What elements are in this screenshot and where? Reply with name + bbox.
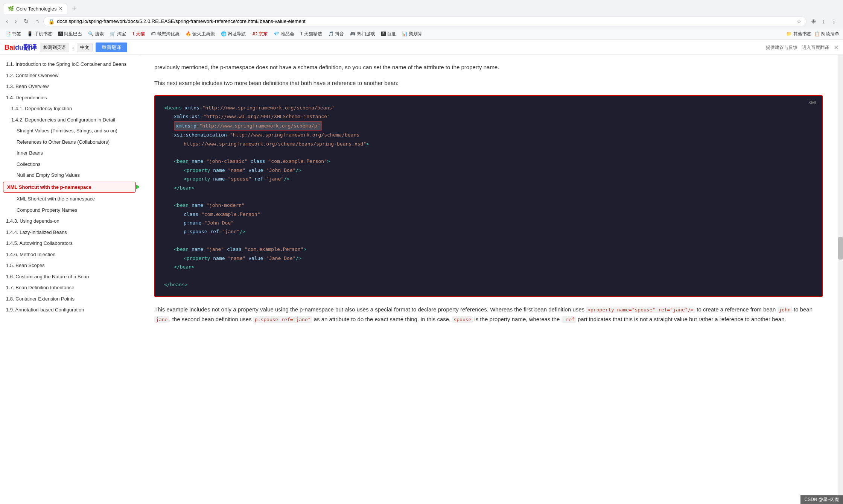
address-bar[interactable]: 🔒 ☆ bbox=[43, 17, 806, 26]
active-tab[interactable]: 🌿 Core Technologies ✕ bbox=[3, 3, 67, 14]
target-language-button[interactable]: 中文 bbox=[77, 43, 93, 52]
code-line-9: </bean> bbox=[164, 184, 813, 192]
inline-code-2: john bbox=[778, 307, 792, 313]
bookmarks-bar: 📑 书签 📱 手机书签 🅰 阿里巴巴 🔍 搜索 🛒 淘宝 T 天猫 🏷 帮您淘优… bbox=[0, 29, 843, 40]
tab-favicon: 🌿 bbox=[8, 6, 14, 12]
retranslate-button[interactable]: 重新翻译 bbox=[96, 43, 127, 52]
sidebar-item-customizing[interactable]: 1.6. Customizing the Nature of a Bean bbox=[0, 271, 139, 282]
nav-bar: ‹ › ↻ ⌂ 🔒 ☆ ⊕ ↓ ⋮ bbox=[0, 14, 843, 29]
bookmark-juhua[interactable]: 📊 聚划算 bbox=[400, 30, 424, 38]
code-line-blank4 bbox=[164, 271, 813, 280]
sidebar-item-bean-scopes[interactable]: 1.5. Bean Scopes bbox=[0, 260, 139, 271]
csdn-footer: CSDN @星~闪魔 bbox=[800, 495, 843, 504]
forward-button[interactable]: › bbox=[12, 17, 19, 26]
menu-button[interactable]: ⋮ bbox=[829, 16, 839, 26]
sidebar-item-dep-config[interactable]: 1.4.2. Dependencies and Configuration in… bbox=[0, 114, 139, 126]
content-area: previously mentioned, the p-namespace do… bbox=[139, 55, 838, 504]
main-layout: 1.1. Introduction to the Spring IoC Cont… bbox=[0, 55, 843, 504]
code-line-6: <bean name="john-classic" class="com.exa… bbox=[164, 157, 813, 165]
sidebar-item-annotation[interactable]: 1.9. Annotation-based Configuration bbox=[0, 304, 139, 316]
back-button[interactable]: ‹ bbox=[4, 17, 10, 26]
sidebar-item-references[interactable]: References to Other Beans (Collaborators… bbox=[0, 137, 139, 148]
code-line-14: <bean name="jane" class="com.example.Per… bbox=[164, 245, 813, 254]
sidebar-item-straight-values[interactable]: Straight Values (Primitives, Strings, an… bbox=[0, 125, 139, 137]
code-line-4: xsi:schemaLocation="http://www.springfra… bbox=[164, 131, 813, 139]
inline-code-1: <property name="spouse" ref="jane"/> bbox=[586, 307, 695, 313]
bookmark-jd[interactable]: JD 京东 bbox=[250, 30, 269, 38]
inline-code-3: jane bbox=[154, 316, 169, 323]
code-line-16: </bean> bbox=[164, 263, 813, 271]
inline-code-6: -ref bbox=[561, 316, 576, 323]
bookmark-nav[interactable]: 🌐 网址导航 bbox=[219, 30, 247, 38]
download-button[interactable]: ↓ bbox=[820, 17, 827, 26]
bookmark-star-icon[interactable]: ☆ bbox=[797, 18, 802, 24]
csdn-label: CSDN @星~闪魔 bbox=[804, 497, 839, 502]
bookmark-mobile[interactable]: 📱 手机书签 bbox=[26, 30, 53, 38]
bookmark-search[interactable]: 🔍 搜索 bbox=[87, 30, 105, 38]
goto-baidu-translate-link[interactable]: 进入百度翻译 bbox=[802, 44, 829, 51]
bookmark-vip[interactable]: 💎 唯品会 bbox=[272, 30, 295, 38]
sidebar-item-inner-beans[interactable]: Inner Beans bbox=[0, 147, 139, 159]
bookmark-firefly[interactable]: 🔥 萤火虫惠聚 bbox=[184, 30, 216, 38]
code-line-11: class="com.example.Person" bbox=[164, 210, 813, 219]
sidebar-item-intro[interactable]: 1.1. Introduction to the Spring IoC Cont… bbox=[0, 59, 139, 70]
sidebar-item-xml-p[interactable]: XML Shortcut with the p-namespace bbox=[3, 182, 136, 193]
sidebar-item-dep-inject[interactable]: 1.4.1. Dependency Injection bbox=[0, 103, 139, 114]
translation-right-actions: 提供建议与反馈 进入百度翻译 ✕ bbox=[766, 44, 838, 51]
bookmark-douyin[interactable]: 🎵 抖音 bbox=[327, 30, 345, 38]
sidebar-item-depends-on[interactable]: 1.4.3. Using depends-on bbox=[0, 216, 139, 227]
new-tab-button[interactable]: + bbox=[69, 3, 79, 14]
code-line-8: <property name="spouse" ref="jane"/> bbox=[164, 175, 813, 183]
bookmark-tmall-select[interactable]: T 天猫精选 bbox=[299, 30, 324, 38]
code-line-15: <property name="name" value="Jane Doe"/> bbox=[164, 254, 813, 263]
sidebar-item-compound[interactable]: Compound Property Names bbox=[0, 205, 139, 216]
code-line-5: https://www.springframework.org/schema/b… bbox=[164, 140, 813, 148]
code-line-13: p:spouse-ref="jane"/> bbox=[164, 227, 813, 236]
url-input[interactable] bbox=[57, 18, 794, 24]
detect-language-button[interactable]: 检测到英语 bbox=[40, 43, 69, 52]
bookmark-games[interactable]: 🎮 热门游戏 bbox=[348, 30, 376, 38]
intro-paragraph: previously mentioned, the p-namespace do… bbox=[154, 62, 823, 72]
bookmark-alibaba[interactable]: 🅰 阿里巴巴 bbox=[57, 30, 84, 38]
inline-code-4: p:spouse-ref="jane" bbox=[253, 316, 312, 323]
sidebar-item-deps[interactable]: 1.4. Dependencies bbox=[0, 92, 139, 103]
home-button[interactable]: ⌂ bbox=[33, 17, 41, 26]
code-line-7: <property name="name" value="John Doe"/> bbox=[164, 166, 813, 175]
baidu-logo: Baidu翻译 bbox=[5, 43, 37, 52]
tab-bar: 🌿 Core Technologies ✕ + bbox=[0, 0, 843, 14]
sidebar-item-xml-c[interactable]: XML Shortcut with the c-namespace bbox=[0, 193, 139, 205]
bookmark-help[interactable]: 🏷 帮您淘优惠 bbox=[149, 30, 181, 38]
sidebar-item-collections[interactable]: Collections bbox=[0, 159, 139, 170]
bookmark-tmall[interactable]: T 天猫 bbox=[131, 30, 146, 38]
code-line-12: p:name="John Doe" bbox=[164, 219, 813, 227]
sidebar-item-method-inject[interactable]: 1.4.6. Method Injection bbox=[0, 249, 139, 260]
xml-label: XML bbox=[808, 99, 817, 107]
translation-bar-close-button[interactable]: ✕ bbox=[834, 44, 838, 51]
sidebar-item-bean-overview[interactable]: 1.3. Bean Overview bbox=[0, 81, 139, 92]
sidebar-item-lazy[interactable]: 1.4.4. Lazy-initialized Beans bbox=[0, 227, 139, 238]
zoom-button[interactable]: ⊕ bbox=[809, 16, 818, 26]
suggest-feedback-link[interactable]: 提供建议与反馈 bbox=[766, 44, 797, 51]
refresh-button[interactable]: ↻ bbox=[21, 16, 31, 26]
other-bookmarks[interactable]: 📁 其他书签 bbox=[786, 31, 811, 37]
code-line-3: xmlns:p="http://www.springframework.org/… bbox=[164, 121, 813, 131]
sidebar-item-inheritance[interactable]: 1.7. Bean Definition Inheritance bbox=[0, 282, 139, 293]
code-content: <beans xmlns="http://www.springframework… bbox=[164, 103, 813, 289]
sidebar-item-container[interactable]: 1.2. Container Overview bbox=[0, 70, 139, 81]
sidebar-item-null-empty[interactable]: Null and Empty String Values bbox=[0, 170, 139, 181]
sidebar-item-autowiring[interactable]: 1.4.5. Autowiring Collaborators bbox=[0, 238, 139, 249]
bookmark-bookmarks[interactable]: 📑 书签 bbox=[4, 30, 23, 38]
bookmark-baidu[interactable]: 🅱 百度 bbox=[380, 30, 397, 38]
second-paragraph: This next example includes two more bean… bbox=[154, 78, 823, 88]
scrollbar[interactable] bbox=[838, 55, 843, 504]
code-line-blank3 bbox=[164, 236, 813, 245]
reading-list[interactable]: 📋 阅读清单 bbox=[814, 31, 839, 37]
scrollbar-thumb[interactable] bbox=[838, 237, 843, 260]
browser-chrome: 🌿 Core Technologies ✕ + ‹ › ↻ ⌂ 🔒 ☆ ⊕ ↓ … bbox=[0, 0, 843, 40]
nav-actions: ⊕ ↓ ⋮ bbox=[809, 16, 839, 26]
code-block: XML <beans xmlns="http://www.springframe… bbox=[154, 95, 823, 297]
code-line-17: </beans> bbox=[164, 280, 813, 289]
sidebar-item-container-ext[interactable]: 1.8. Container Extension Points bbox=[0, 293, 139, 305]
bookmark-taobao[interactable]: 🛒 淘宝 bbox=[108, 30, 127, 38]
tab-close-button[interactable]: ✕ bbox=[59, 6, 62, 11]
